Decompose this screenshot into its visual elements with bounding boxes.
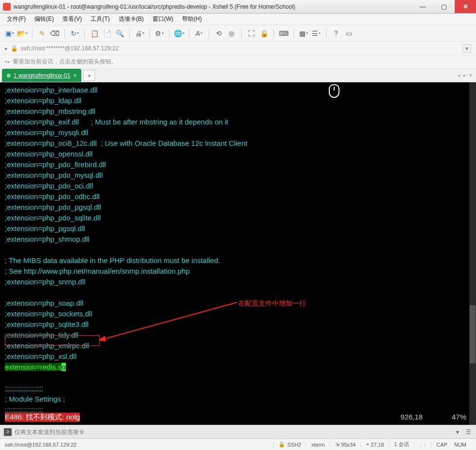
paste-icon[interactable]: 📄: [102, 29, 112, 38]
window-title: wangruifenglinux-01 - root@wangruifeng-0…: [14, 3, 412, 10]
menu-edit[interactable]: 编辑(E): [34, 15, 54, 23]
separator: [241, 29, 242, 38]
status-term: xterm: [306, 442, 330, 448]
menu-tools[interactable]: 工具(T): [91, 15, 109, 23]
separator: [169, 29, 169, 38]
address-bar: ▸ 🔒 ssh://root:********@192.168.57.129:2…: [0, 42, 476, 55]
status-arrows: ↑ ↓: [414, 442, 431, 448]
separator: [32, 29, 32, 38]
layout-button[interactable]: ▦: [299, 29, 308, 38]
refresh-icon[interactable]: ⟲: [214, 29, 224, 38]
about-icon[interactable]: ▭: [344, 29, 353, 38]
status-num: NUM: [452, 442, 471, 448]
tab-bar: 1 wangruifenglinux-01 × + ◂ ▸ ▾: [0, 69, 476, 82]
vim-position: 926,18: [400, 413, 423, 422]
status-cursor: ⌖ 27,18: [361, 441, 389, 448]
window-controls: — ▢ ✕: [412, 0, 476, 13]
separator: [149, 29, 150, 38]
separator: [64, 29, 65, 38]
print-button[interactable]: 🖨: [135, 29, 144, 38]
maximize-button[interactable]: ▢: [433, 0, 455, 13]
lock-icon: 🔒: [11, 45, 18, 52]
status-size: ⇲ 95x34: [330, 441, 361, 448]
session-tab[interactable]: 1 wangruifenglinux-01 ×: [2, 69, 81, 82]
input-bar: > ▾ ☰: [0, 425, 476, 438]
toolbar: ▣ 📂 ✎ ⌫ ↻ 📋 📄 🔍 🖨 ⚙ 🌐 A ⟲ ◎ ⛶ 🔒 ⌨ ▦ ☰ ？ …: [0, 25, 476, 42]
vim-percent: 47%: [452, 413, 466, 422]
input-prompt-icon: >: [4, 428, 12, 436]
separator: [274, 29, 274, 38]
fullscreen-icon[interactable]: ⛶: [246, 29, 256, 38]
prompt-icon: ▸: [5, 45, 8, 52]
input-menu-icon[interactable]: ☰: [464, 428, 472, 436]
input-dropdown-icon[interactable]: ▾: [454, 428, 461, 436]
titlebar: wangruifenglinux-01 - root@wangruifeng-0…: [0, 0, 476, 14]
target-icon[interactable]: ◎: [227, 29, 236, 38]
app-icon: [3, 3, 11, 11]
copy-icon[interactable]: 📋: [90, 29, 99, 38]
terminal-area[interactable]: ;extension=php_interbase.dll ;extension=…: [0, 82, 476, 425]
menu-window[interactable]: 窗口(W): [153, 15, 173, 23]
separator: [189, 29, 189, 38]
tab-list-icon[interactable]: ▾: [469, 72, 472, 78]
command-input[interactable]: [15, 429, 451, 435]
lock-icon[interactable]: 🔒: [259, 29, 269, 38]
tab-prev-icon[interactable]: ◂: [458, 72, 461, 78]
menu-tabs[interactable]: 选项卡(B): [119, 15, 144, 23]
status-sessions: 1 会话: [389, 441, 414, 448]
open-button[interactable]: 📂: [17, 29, 27, 38]
menu-file[interactable]: 文件(F): [7, 15, 26, 23]
close-button[interactable]: ✕: [455, 0, 476, 13]
reconnect-button[interactable]: ↻: [70, 29, 79, 38]
add-session-button[interactable]: ▾: [462, 44, 471, 53]
status-dot-icon: [7, 74, 11, 78]
status-cap: CAP: [431, 442, 452, 448]
font-button[interactable]: A: [194, 29, 204, 38]
tab-label: 1 wangruifenglinux-01: [14, 72, 70, 79]
separator: [293, 29, 294, 38]
status-bar: ssh://root@192.168.57.129:22 🔒 SSH2 xter…: [0, 438, 476, 450]
arrow-icon[interactable]: ↪: [5, 59, 10, 65]
separator: [84, 29, 85, 38]
status-path: ssh://root@192.168.57.129:22: [5, 442, 273, 448]
tab-next-icon[interactable]: ▸: [463, 72, 466, 78]
hint-bar: ↪ 要添加当前会话，点击左侧的箭头按钮。: [0, 55, 476, 69]
annotation-text: 在配置文件中增加一行: [238, 299, 306, 308]
globe-button[interactable]: 🌐: [174, 29, 184, 38]
terminal-scrollbar[interactable]: [469, 82, 476, 425]
list-button[interactable]: ☰: [311, 29, 321, 38]
menubar: 文件(F) 编辑(E) 查看(V) 工具(T) 选项卡(B) 窗口(W) 帮助(…: [0, 14, 476, 25]
find-icon[interactable]: 🔍: [115, 29, 124, 38]
keyboard-icon[interactable]: ⌨: [279, 29, 289, 38]
properties-button[interactable]: ⚙: [154, 29, 164, 38]
separator: [129, 29, 130, 38]
hint-text: 要添加当前会话，点击左侧的箭头按钮。: [13, 58, 117, 66]
menu-view[interactable]: 查看(V): [62, 15, 82, 23]
terminal-output[interactable]: ;extension=php_interbase.dll ;extension=…: [0, 82, 469, 425]
tab-close-icon[interactable]: ×: [73, 72, 77, 79]
minimize-button[interactable]: —: [412, 0, 433, 13]
new-session-button[interactable]: ▣: [5, 29, 15, 38]
separator: [209, 29, 209, 38]
highlight-icon[interactable]: ✎: [37, 29, 47, 38]
eraser-icon[interactable]: ⌫: [50, 29, 60, 38]
vim-error: E486: 找不到模式: nolg: [5, 413, 80, 422]
new-tab-button[interactable]: +: [83, 70, 95, 81]
vim-statusline: E486: 找不到模式: nolg 926,18 47%: [5, 413, 466, 422]
menu-help[interactable]: 帮助(H): [182, 15, 202, 23]
tab-navigation: ◂ ▸ ▾: [458, 69, 476, 82]
help-icon[interactable]: ？: [331, 29, 341, 38]
status-ssh: 🔒 SSH2: [273, 441, 306, 448]
separator: [326, 29, 326, 38]
address-text[interactable]: ssh://root:********@192.168.57.129:22: [21, 45, 119, 52]
